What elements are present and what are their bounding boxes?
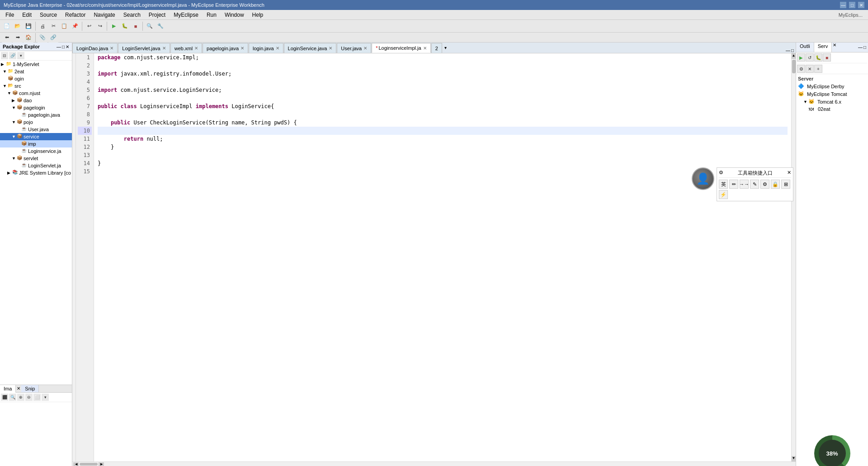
view-menu-btn[interactable]: ▾ bbox=[17, 52, 24, 59]
tab-loginservice[interactable]: LoginService.java ✕ bbox=[284, 43, 337, 53]
toolbar-btn8[interactable]: 🔧 bbox=[156, 21, 165, 31]
tree-root[interactable]: ▶ 📁 1-MyServlet bbox=[0, 61, 72, 68]
server-reload-btn[interactable]: ↺ bbox=[806, 53, 814, 62]
avatar-widget[interactable]: 👤 bbox=[692, 167, 714, 190]
server-debug-btn[interactable]: 🐛 bbox=[814, 53, 822, 62]
tab-snip[interactable]: Snip bbox=[21, 385, 39, 392]
tree-item-pagelogin-java[interactable]: ☕ pagelogin.java bbox=[0, 111, 72, 119]
tree-item-jresystem[interactable]: ▶ 📚 JRE System Library [co bbox=[0, 169, 72, 176]
link-editor-btn[interactable]: 🔗 bbox=[9, 52, 16, 59]
minimize-editor-btn[interactable]: — bbox=[786, 48, 790, 53]
toolbar-btn2[interactable]: ✂ bbox=[48, 21, 58, 31]
server-stop-btn[interactable]: ■ bbox=[823, 53, 831, 62]
sc-btn-edit[interactable]: ✎ bbox=[750, 180, 759, 189]
collapse-all-btn[interactable]: ⊟ bbox=[1, 52, 8, 59]
close-button[interactable]: ✕ bbox=[858, 2, 864, 8]
hscroll-left-btn[interactable]: ◀ bbox=[73, 462, 79, 466]
tree-item-src[interactable]: ▼ 📂 src bbox=[0, 82, 72, 90]
sc-btn-grid[interactable]: ⊞ bbox=[781, 180, 790, 189]
maximize-button[interactable]: □ bbox=[849, 2, 855, 8]
tree-item-pagelogin[interactable]: ▼ 📦 pagelogin bbox=[0, 104, 72, 111]
toolbar2-btn5[interactable]: 🔗 bbox=[48, 33, 58, 43]
debug-button[interactable]: 🐛 bbox=[120, 21, 130, 31]
ima-btn1[interactable]: ⬛ bbox=[1, 394, 8, 401]
maximize-editor-btn[interactable]: □ bbox=[791, 48, 794, 53]
sc-btn-arrows[interactable]: →→ bbox=[740, 180, 749, 189]
close-tab-login[interactable]: ✕ bbox=[276, 46, 279, 51]
vertical-scrollbar[interactable]: ▲ ▼ bbox=[791, 53, 796, 461]
close-tab-pagelogin[interactable]: ✕ bbox=[241, 46, 244, 51]
server-item-tomcat[interactable]: 🐱 MyEclipse Tomcat bbox=[798, 90, 866, 98]
ima-btn3[interactable]: ⊕ bbox=[17, 394, 24, 401]
tab-server[interactable]: Serv bbox=[814, 43, 832, 52]
sc-btn-gear[interactable]: ⚙ bbox=[760, 180, 769, 189]
run-button[interactable]: ▶ bbox=[109, 21, 119, 31]
tab-close-ima[interactable]: ✕ bbox=[16, 385, 21, 392]
server-item-derby[interactable]: 🔷 MyEclipse Derby bbox=[798, 82, 866, 90]
shortcut-panel-settings[interactable]: ⚙ bbox=[719, 170, 723, 176]
hscroll-right-btn[interactable]: ▶ bbox=[99, 462, 104, 466]
tree-item-imp[interactable]: 📦 imp bbox=[0, 140, 72, 147]
sc-btn-pen[interactable]: ✏ bbox=[729, 180, 738, 189]
menu-run[interactable]: Run bbox=[203, 11, 220, 19]
toolbar-btn3[interactable]: 📋 bbox=[59, 21, 69, 31]
server-item-02eat[interactable]: 🍽 02eat bbox=[798, 105, 866, 113]
tree-item-loginservletjava[interactable]: ☕ LoginServlet.ja bbox=[0, 162, 72, 169]
tree-item-loginservicejava[interactable]: ☕ Loginservice.ja bbox=[0, 147, 72, 155]
close-panel-btn[interactable]: ✕ bbox=[66, 44, 69, 49]
tab-webxml[interactable]: web.xml ✕ bbox=[170, 43, 202, 53]
ima-btn5[interactable]: ⬜ bbox=[33, 394, 41, 401]
hscroll-thumb[interactable] bbox=[80, 463, 98, 466]
close-tab-loginservlet[interactable]: ✕ bbox=[162, 46, 166, 51]
save-button[interactable]: 💾 bbox=[24, 21, 33, 31]
minimize-button[interactable]: — bbox=[840, 2, 846, 8]
tab-login[interactable]: login.java ✕ bbox=[249, 43, 283, 53]
close-tab-loginservice[interactable]: ✕ bbox=[329, 46, 332, 51]
print-button[interactable]: 🖨 bbox=[38, 21, 47, 31]
tab-2[interactable]: 2 bbox=[431, 43, 442, 53]
scroll-down-btn[interactable]: ▼ bbox=[792, 456, 796, 461]
tree-item-userjava[interactable]: ☕ User.java bbox=[0, 126, 72, 133]
max-server-btn[interactable]: □ bbox=[863, 45, 866, 50]
tree-item-servlet[interactable]: ▼ 📦 servlet bbox=[0, 155, 72, 162]
close-outline-btn[interactable]: ✕ bbox=[833, 43, 836, 52]
server-remove-btn[interactable]: ✕ bbox=[806, 65, 814, 73]
tab-loginservlet[interactable]: LoginServlet.java ✕ bbox=[118, 43, 170, 53]
maximize-panel-btn[interactable]: □ bbox=[62, 44, 65, 49]
toolbar-btn7[interactable]: 🔍 bbox=[145, 21, 155, 31]
shortcut-panel-close[interactable]: ✕ bbox=[787, 170, 791, 176]
minimize-panel-btn[interactable]: — bbox=[57, 44, 61, 49]
menu-edit[interactable]: Edit bbox=[19, 11, 35, 19]
tree-item-dao[interactable]: ▶ 📦 dao bbox=[0, 97, 72, 104]
toolbar-btn6[interactable]: ↪ bbox=[95, 21, 105, 31]
window-controls[interactable]: — □ ✕ bbox=[840, 2, 864, 8]
menu-search[interactable]: Search bbox=[120, 11, 144, 19]
menu-project[interactable]: Project bbox=[145, 11, 169, 19]
sc-btn-english[interactable]: 英 bbox=[719, 180, 728, 189]
tree-item-pojo[interactable]: ▼ 📦 pojo bbox=[0, 119, 72, 126]
toolbar2-btn1[interactable]: ⬅ bbox=[2, 33, 12, 43]
tab-image[interactable]: Ima bbox=[0, 385, 16, 393]
toolbar-btn4[interactable]: 📌 bbox=[70, 21, 80, 31]
tree-item-2eat[interactable]: ▼ 📁 2eat bbox=[0, 68, 72, 75]
tab-loginserviceimpl[interactable]: * LoginserviceImpl.ja ✕ bbox=[372, 43, 430, 53]
server-start-btn[interactable]: ▶ bbox=[797, 53, 805, 62]
horizontal-scrollbar[interactable]: ◀ ▶ bbox=[72, 461, 796, 466]
close-tab-webxml[interactable]: ✕ bbox=[194, 46, 198, 51]
server-add-btn[interactable]: + bbox=[814, 65, 822, 73]
menu-file[interactable]: File bbox=[2, 11, 18, 19]
code-editor[interactable]: 1 2 3 4 5 6 7 8 9 10 11 12 13 14 15 pack… bbox=[72, 53, 796, 461]
close-tab-loginserviceimpl[interactable]: ✕ bbox=[423, 46, 427, 51]
tab-overflow-btn[interactable]: ▾ bbox=[443, 44, 448, 51]
tab-outline[interactable]: Outli bbox=[796, 43, 814, 52]
server-item-tomcat6[interactable]: ▼ 🐱 Tomcat 6.x bbox=[798, 98, 866, 105]
toolbar2-btn4[interactable]: 📎 bbox=[38, 33, 47, 43]
menu-source[interactable]: Source bbox=[36, 11, 61, 19]
sc-btn-power[interactable]: ⚡ bbox=[719, 190, 728, 199]
server-settings-btn[interactable]: ⚙ bbox=[797, 65, 805, 73]
tree-item-login[interactable]: 📦 ogin bbox=[0, 75, 72, 82]
toolbar-btn5[interactable]: ↩ bbox=[84, 21, 94, 31]
sc-btn-lock[interactable]: 🔒 bbox=[771, 180, 780, 189]
close-tab-logindao[interactable]: ✕ bbox=[110, 46, 113, 51]
toolbar2-btn3[interactable]: 🏠 bbox=[24, 33, 33, 43]
